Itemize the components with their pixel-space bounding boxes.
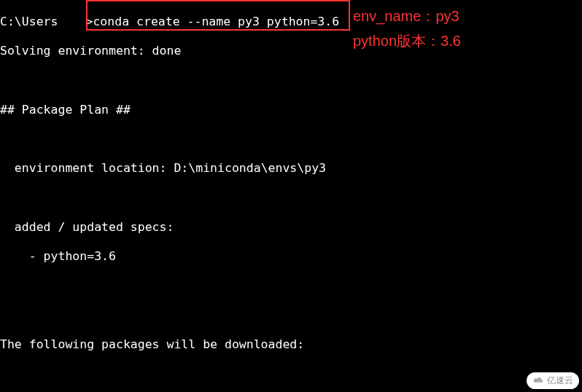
env-location-label: environment location:: [0, 161, 174, 175]
added-specs-item: - python=3.6: [0, 249, 582, 264]
command-text: conda create --name py3 python=3.6: [93, 15, 339, 28]
redacted-username: [58, 17, 85, 30]
terminal-output: C:\Users>conda create --name py3 python=…: [0, 0, 582, 392]
solving-line: Solving environment: done: [0, 44, 582, 58]
package-plan-header: ## Package Plan ##: [0, 103, 582, 117]
watermark: 亿速云: [527, 372, 579, 389]
added-specs-label: added / updated specs:: [0, 220, 582, 235]
env-location-value: D:\miniconda\envs\py3: [174, 161, 326, 175]
prompt-prefix: C:\Users: [0, 15, 58, 28]
cloud-icon: [532, 375, 544, 386]
download-header: The following packages will be downloade…: [0, 337, 582, 352]
watermark-text: 亿速云: [547, 375, 573, 386]
